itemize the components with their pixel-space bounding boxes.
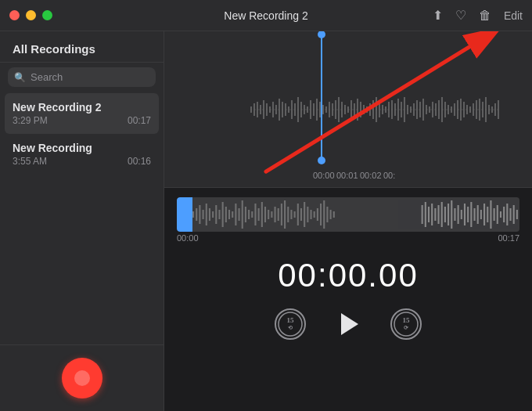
svg-rect-128 <box>425 202 426 227</box>
svg-rect-24 <box>322 105 324 114</box>
search-icon: 🔍 <box>14 72 26 83</box>
svg-rect-68 <box>460 99 462 121</box>
svg-rect-126 <box>333 211 335 218</box>
svg-rect-117 <box>304 202 305 227</box>
svg-rect-120 <box>314 211 315 218</box>
search-input[interactable] <box>31 71 149 83</box>
skip-back-button[interactable]: 15 ⟲ <box>275 308 306 340</box>
svg-rect-113 <box>290 210 292 219</box>
svg-rect-22 <box>316 99 318 121</box>
svg-rect-55 <box>419 102 421 117</box>
svg-rect-17 <box>300 102 302 117</box>
svg-rect-4 <box>260 105 261 114</box>
svg-rect-125 <box>330 210 332 219</box>
recording-meta-1: 3:29 PM 00:17 <box>13 115 151 126</box>
svg-rect-147 <box>487 207 488 222</box>
svg-rect-118 <box>307 207 308 222</box>
svg-rect-121 <box>317 208 318 221</box>
svg-rect-114 <box>294 211 296 218</box>
record-button[interactable] <box>62 358 102 398</box>
svg-rect-5 <box>263 100 264 119</box>
svg-rect-29 <box>338 97 340 122</box>
window-controls <box>9 10 52 20</box>
svg-rect-84 <box>196 208 197 221</box>
detail-panel: 00:00 00:01 00:02 00: <box>164 31 532 411</box>
skip-forward-icon: 15 ⟳ <box>394 312 419 337</box>
svg-rect-156 <box>516 210 518 219</box>
svg-rect-30 <box>341 102 343 117</box>
svg-rect-63 <box>444 102 446 117</box>
ruler-mark-1: 00:01 <box>336 171 360 180</box>
svg-rect-44 <box>385 106 386 113</box>
mini-progress-bar <box>177 197 192 232</box>
recording-title-2: New Recording <box>13 142 151 154</box>
skip-forward-button[interactable]: 15 ⟳ <box>390 308 422 340</box>
playback-controls: 15 ⟲ 15 ⟳ <box>164 301 532 354</box>
edit-button[interactable]: Edit <box>504 9 523 22</box>
close-button[interactable] <box>9 10 20 20</box>
svg-rect-2 <box>253 103 255 116</box>
svg-rect-34 <box>354 103 355 116</box>
svg-rect-86 <box>203 210 204 219</box>
heart-icon[interactable]: ♡ <box>455 8 466 23</box>
recording-duration-1: 00:17 <box>128 115 151 126</box>
svg-rect-107 <box>271 211 272 218</box>
svg-rect-73 <box>476 100 477 119</box>
svg-rect-69 <box>463 102 465 117</box>
playhead-dot-bottom <box>318 157 325 164</box>
svg-text:15: 15 <box>287 316 295 324</box>
svg-rect-148 <box>490 200 491 229</box>
sidebar: All Recordings 🔍 New Recording 2 3:29 PM… <box>0 31 164 411</box>
svg-rect-3 <box>257 102 258 117</box>
svg-rect-58 <box>429 106 430 113</box>
recording-item-1[interactable]: New Recording 2 3:29 PM 00:17 <box>5 93 159 134</box>
skip-back-icon: 15 ⟲ <box>278 312 303 337</box>
svg-rect-94 <box>228 210 230 219</box>
svg-rect-15 <box>294 103 296 116</box>
ruler-mark-2: 00:02 <box>360 171 383 180</box>
svg-rect-52 <box>410 106 412 113</box>
svg-rect-64 <box>448 105 449 114</box>
minimize-button[interactable] <box>26 10 36 20</box>
svg-rect-97 <box>239 208 240 221</box>
svg-rect-76 <box>485 97 487 122</box>
svg-rect-130 <box>431 204 433 225</box>
svg-rect-50 <box>404 97 405 122</box>
svg-rect-79 <box>494 103 496 116</box>
svg-rect-46 <box>391 100 393 119</box>
svg-rect-57 <box>426 105 427 114</box>
svg-rect-19 <box>307 106 308 113</box>
title-bar: New Recording 2 ⬆ ♡ 🗑 Edit <box>0 0 532 31</box>
svg-rect-21 <box>313 103 315 116</box>
svg-rect-31 <box>344 105 346 114</box>
svg-rect-111 <box>284 200 286 229</box>
svg-rect-133 <box>441 202 443 227</box>
mini-times: 00:00 00:17 <box>177 232 519 244</box>
search-bar[interactable]: 🔍 <box>8 67 156 87</box>
recording-time-2: 3:55 AM <box>13 156 47 167</box>
svg-rect-1 <box>250 106 252 113</box>
svg-rect-141 <box>467 207 469 222</box>
svg-rect-26 <box>329 102 330 117</box>
maximize-button[interactable] <box>42 10 52 20</box>
svg-rect-70 <box>466 105 468 114</box>
svg-rect-127 <box>422 205 423 224</box>
svg-rect-60 <box>435 103 437 116</box>
svg-rect-83 <box>192 211 194 218</box>
svg-rect-103 <box>258 208 260 221</box>
svg-text:15: 15 <box>403 316 411 324</box>
share-icon[interactable]: ⬆ <box>433 8 443 23</box>
svg-rect-138 <box>458 205 459 224</box>
svg-rect-116 <box>300 208 302 221</box>
svg-rect-42 <box>379 102 380 117</box>
svg-rect-72 <box>473 103 474 116</box>
recording-item-2[interactable]: New Recording 3:55 AM 00:16 <box>0 134 164 175</box>
title-bar-actions: ⬆ ♡ 🗑 Edit <box>433 8 523 23</box>
mini-waveform-bar[interactable] <box>177 197 519 232</box>
svg-rect-136 <box>451 200 452 229</box>
svg-rect-104 <box>261 202 263 227</box>
trash-icon[interactable]: 🗑 <box>479 9 491 23</box>
svg-rect-102 <box>254 204 256 225</box>
play-button[interactable] <box>331 307 365 341</box>
svg-rect-62 <box>441 97 443 122</box>
